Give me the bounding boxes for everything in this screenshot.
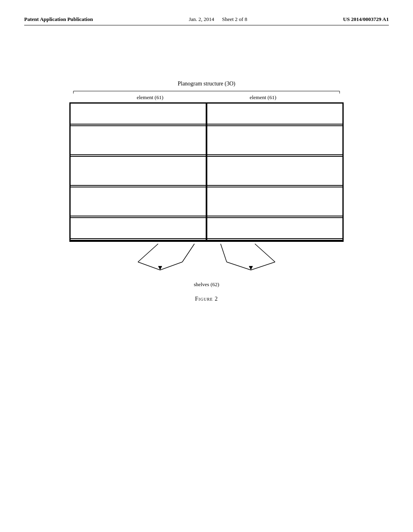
svg-line-5 (138, 262, 160, 270)
arrows-svg (69, 242, 344, 278)
planogram-bracket (69, 88, 344, 93)
bay-right (206, 102, 344, 242)
floor-left (71, 238, 206, 241)
svg-line-3 (138, 244, 158, 262)
page-header: Patent Application Publication Jan. 2, 2… (24, 16, 389, 25)
svg-line-10 (251, 262, 275, 270)
svg-line-7 (221, 244, 227, 262)
svg-line-8 (255, 244, 275, 262)
figure-area: Planogram structure (3O) element (61) el… (24, 81, 389, 302)
space-3-left (71, 187, 206, 216)
floor-right (207, 238, 342, 241)
bottom-space-right (207, 218, 342, 238)
header-sheet: Sheet 2 of 8 (222, 16, 247, 22)
svg-line-4 (182, 244, 194, 262)
header-right: US 2014/0003729 A1 (343, 16, 389, 23)
bottom-space-left (71, 218, 206, 238)
element-label-right: element (61) (250, 94, 276, 101)
shelf-unit (69, 102, 344, 242)
top-space-right (207, 104, 342, 124)
planogram-label: Planogram structure (3O) (69, 81, 344, 87)
space-2-left (71, 157, 206, 185)
space-3-right (207, 187, 342, 216)
arrows-area (69, 242, 344, 278)
svg-line-9 (227, 262, 251, 270)
shelves-label: shelves (62) (194, 281, 219, 288)
top-space-left (71, 104, 206, 124)
element-label-left: element (61) (137, 94, 163, 101)
header-date: Jan. 2, 2014 (189, 16, 214, 22)
planogram-label-container: Planogram structure (3O) (69, 81, 344, 93)
space-1-left (71, 126, 206, 154)
bay-left (69, 102, 206, 242)
figure-caption: Figure 2 (195, 296, 218, 302)
space-2-right (207, 157, 342, 185)
header-left: Patent Application Publication (24, 16, 93, 23)
header-center: Jan. 2, 2014 Sheet 2 of 8 (189, 16, 247, 23)
element-labels: element (61) element (61) (69, 93, 344, 102)
svg-line-6 (160, 262, 182, 270)
space-1-right (207, 126, 342, 154)
